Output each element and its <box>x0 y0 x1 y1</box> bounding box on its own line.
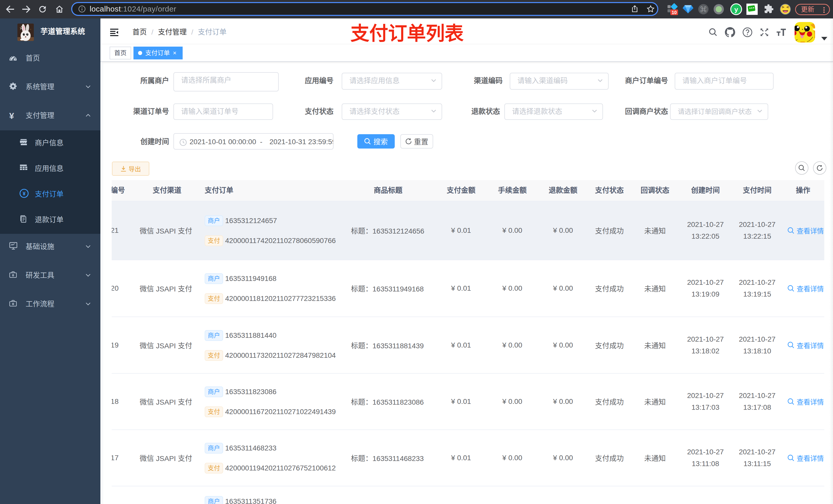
svg-text:y: y <box>734 6 738 13</box>
svg-text:¥: ¥ <box>23 191 26 196</box>
svg-text:10: 10 <box>672 10 677 15</box>
svg-text:⌘: ⌘ <box>700 6 707 13</box>
